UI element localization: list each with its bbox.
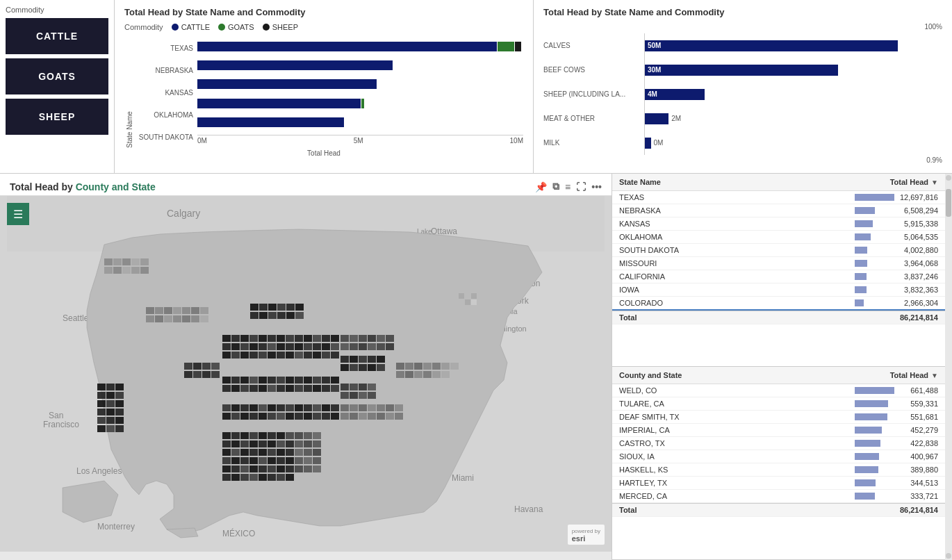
svg-rect-29 (258, 432, 267, 439)
svg-rect-96 (295, 335, 303, 342)
svg-rect-40 (286, 440, 294, 447)
x-axis-title: Total Head (124, 149, 523, 157)
svg-rect-288 (211, 363, 220, 370)
expand-icon[interactable]: ⛶ (576, 181, 586, 192)
meat-value: 2M (668, 115, 681, 122)
svg-rect-55 (277, 457, 285, 464)
svg-rect-284 (200, 315, 208, 322)
svg-rect-191 (340, 356, 349, 363)
svg-rect-154 (231, 404, 240, 411)
svg-rect-233 (395, 404, 403, 411)
legend-goats-label: GOATS (228, 23, 254, 31)
svg-rect-273 (164, 307, 172, 314)
svg-rect-211 (115, 384, 124, 390)
svg-rect-163 (313, 404, 321, 411)
svg-rect-230 (368, 404, 376, 411)
svg-rect-196 (340, 364, 349, 371)
state-row-colorado: COLORADO 2,966,304 (612, 297, 945, 311)
filter-icon[interactable]: ≡ (565, 181, 571, 192)
svg-rect-236 (359, 413, 367, 420)
rc-bar-meat: 2M (645, 111, 942, 126)
svg-rect-151 (322, 385, 330, 392)
pin-icon[interactable]: 📌 (535, 181, 547, 192)
map-panel: Total Head by County and State 📌 ⧉ ≡ ⛶ •… (0, 174, 612, 560)
svg-text:Seattle: Seattle (63, 313, 89, 323)
svg-rect-42 (231, 449, 240, 456)
svg-rect-117 (249, 352, 258, 359)
svg-rect-303 (286, 312, 295, 319)
svg-rect-89 (231, 335, 240, 342)
svg-rect-173 (286, 413, 294, 420)
svg-rect-259 (465, 299, 470, 305)
svg-rect-38 (268, 440, 276, 447)
svg-rect-124 (313, 352, 321, 359)
svg-rect-66 (231, 474, 240, 481)
bar-kansas-cattle (197, 79, 377, 89)
scrollbar-thumb[interactable] (946, 189, 951, 217)
svg-rect-218 (97, 409, 106, 415)
svg-rect-125 (322, 352, 330, 359)
x-label-5: 5M (354, 137, 363, 145)
svg-rect-209 (97, 384, 106, 390)
svg-rect-219 (106, 409, 115, 415)
svg-rect-217 (115, 400, 124, 407)
map-container: ☰ Calgary Seattle San Francisco Los Ange… (0, 196, 612, 552)
commodity-btn-cattle[interactable]: CATTLE (6, 18, 108, 54)
svg-text:Miami: Miami (452, 473, 474, 483)
svg-rect-263 (122, 258, 131, 265)
svg-rect-84 (313, 457, 321, 464)
map-menu-button[interactable]: ☰ (7, 203, 29, 225)
svg-rect-46 (268, 449, 276, 456)
state-total-row: Total 86,214,814 (612, 311, 945, 324)
svg-rect-133 (277, 377, 285, 384)
scrollbar[interactable] (945, 174, 952, 560)
svg-rect-118 (258, 352, 267, 359)
county-row-sioux: SIOUX, IA 400,967 (612, 450, 945, 463)
sort-arrow-county[interactable]: ▼ (931, 372, 938, 379)
scrollbar-top-dot (946, 175, 951, 181)
svg-rect-182 (368, 335, 376, 342)
svg-rect-234 (340, 413, 349, 420)
texas-bar (855, 194, 896, 201)
county-row-haskell: HASKELL, KS 389,880 (612, 463, 945, 477)
bar-texas-goats (498, 42, 514, 51)
svg-rect-49 (222, 457, 231, 464)
svg-rect-47 (277, 449, 285, 456)
svg-rect-31 (277, 432, 285, 439)
svg-rect-67 (240, 474, 249, 481)
svg-rect-213 (106, 392, 115, 399)
sheep-dot (263, 24, 270, 31)
svg-rect-304 (295, 312, 304, 319)
sort-arrow-state[interactable]: ▼ (931, 179, 938, 186)
county-table-header: County and State Total Head ▼ (612, 367, 945, 384)
svg-rect-164 (322, 404, 330, 411)
svg-rect-243 (414, 363, 422, 370)
svg-rect-80 (304, 449, 312, 456)
right-tables-panel: State Name Total Head ▼ TEXAS (612, 174, 952, 560)
svg-rect-85 (295, 466, 303, 472)
svg-rect-56 (286, 457, 294, 464)
rc-label-milk: MILK (543, 139, 644, 147)
svg-rect-292 (211, 371, 220, 378)
copy-icon[interactable]: ⧉ (552, 181, 559, 192)
svg-rect-301 (268, 312, 277, 319)
svg-rect-175 (304, 413, 312, 420)
commodity-btn-sheep[interactable]: SHEEP (6, 99, 108, 135)
svg-rect-109 (295, 343, 303, 350)
svg-rect-102 (231, 343, 240, 350)
svg-rect-293 (250, 304, 258, 311)
more-icon[interactable]: ••• (591, 181, 602, 192)
svg-rect-221 (97, 417, 106, 424)
commodity-btn-goats[interactable]: GOATS (6, 58, 108, 94)
svg-rect-159 (277, 404, 285, 411)
svg-rect-153 (222, 404, 231, 411)
svg-rect-74 (304, 432, 312, 439)
svg-text:San: San (49, 411, 63, 420)
bottom-percent-label: 0.9% (543, 156, 942, 164)
svg-text:Francisco: Francisco (43, 420, 79, 429)
svg-rect-291 (202, 371, 211, 378)
svg-rect-193 (359, 356, 367, 363)
svg-rect-41 (222, 449, 231, 456)
milk-value: 0M (651, 139, 664, 147)
y-axis-title: State Name (124, 37, 135, 148)
